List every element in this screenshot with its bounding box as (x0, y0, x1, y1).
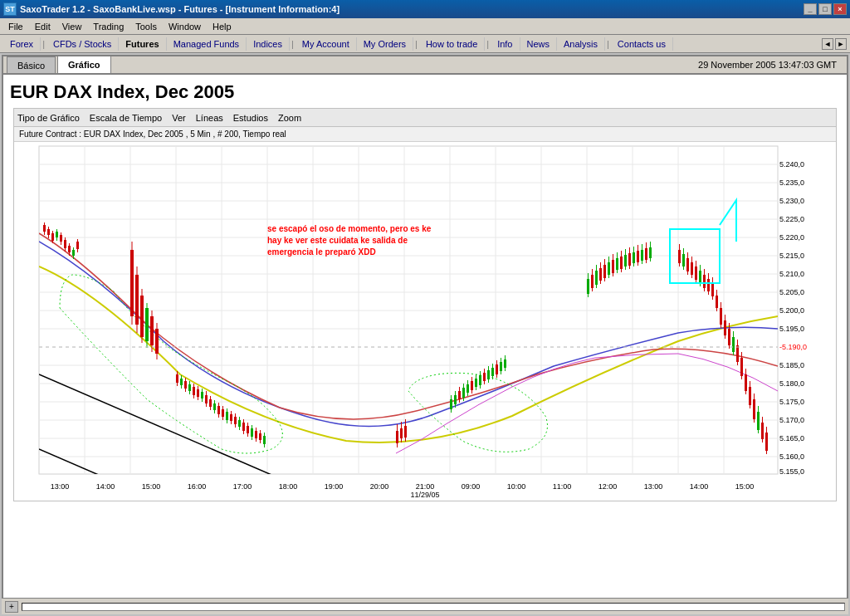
toolbar-chart-type[interactable]: Tipo de Gráfico (17, 113, 80, 123)
minimize-button[interactable]: _ (804, 3, 817, 15)
menu-help[interactable]: Help (208, 20, 237, 33)
svg-text:5.240,0: 5.240,0 (779, 160, 804, 169)
chart-container: Tipo de Gráfico Escala de Tiempo Ver Lín… (13, 108, 837, 501)
chart-info-text: Future Contract : EUR DAX Index, Dec 200… (19, 130, 286, 139)
svg-text:5.160,0: 5.160,0 (779, 452, 804, 461)
tab-grafico[interactable]: Gráfico (57, 56, 111, 73)
svg-text:5.225,0: 5.225,0 (779, 215, 804, 223)
svg-text:14:00: 14:00 (96, 482, 115, 491)
svg-text:17:00: 17:00 (233, 482, 252, 491)
nav-my-orders[interactable]: My Orders (357, 37, 413, 51)
chart-toolbar: Tipo de Gráfico Escala de Tiempo Ver Lín… (14, 109, 836, 127)
nav-cfds-stocks[interactable]: CFDs / Stocks (46, 37, 119, 51)
svg-text:19:00: 19:00 (325, 482, 344, 491)
nav-toolbar: Forex | CFDs / Stocks Futures Managed Fu… (0, 35, 850, 53)
svg-text:-5.190,0: -5.190,0 (779, 343, 807, 351)
tab-basico[interactable]: Básico (7, 56, 56, 73)
tab-list: Básico Gráfico (7, 56, 113, 73)
datetime-display: 29 November 2005 13:47:03 GMT (691, 56, 843, 73)
toolbar-view[interactable]: Ver (172, 113, 186, 123)
svg-text:emergencia le preparó XDD: emergencia le preparó XDD (267, 247, 376, 257)
nav-news[interactable]: News (520, 37, 558, 51)
nav-my-account[interactable]: My Account (296, 37, 357, 51)
svg-text:18:00: 18:00 (279, 482, 298, 491)
nav-futures[interactable]: Futures (119, 37, 166, 51)
menu-file[interactable]: File (3, 20, 28, 33)
svg-text:5.230,0: 5.230,0 (779, 197, 804, 205)
nav-how-to-trade[interactable]: How to trade (419, 37, 485, 51)
nav-analysis[interactable]: Analysis (557, 37, 605, 51)
svg-text:15:00: 15:00 (735, 482, 755, 491)
app-icon: ST (3, 2, 17, 16)
svg-text:5.180,0: 5.180,0 (779, 379, 804, 388)
status-scrollbar[interactable] (22, 603, 845, 611)
content-area: EUR DAX Index, Dec 2005 Tipo de Gráfico … (3, 75, 847, 505)
svg-text:5.210,0: 5.210,0 (779, 270, 804, 278)
toolbar-studies[interactable]: Estudios (233, 113, 268, 123)
title-bar: ST SaxoTrader 1.2 - SaxoBankLive.wsp - F… (0, 0, 850, 18)
nav-forex[interactable]: Forex (3, 37, 41, 51)
maximize-button[interactable]: □ (818, 3, 832, 15)
svg-text:10:00: 10:00 (507, 482, 526, 491)
svg-text:11:00: 11:00 (553, 482, 572, 491)
svg-text:5.170,0: 5.170,0 (779, 416, 804, 424)
svg-text:13:00: 13:00 (51, 482, 70, 491)
close-button[interactable]: × (833, 3, 847, 15)
svg-text:13:00: 13:00 (644, 482, 663, 491)
svg-text:12:00: 12:00 (598, 482, 618, 491)
svg-text:11/29/05: 11/29/05 (410, 491, 439, 499)
status-bar: + (2, 598, 848, 614)
svg-text:5.205,0: 5.205,0 (779, 288, 804, 296)
svg-text:14:00: 14:00 (690, 482, 709, 491)
menu-window[interactable]: Window (164, 20, 206, 33)
nav-managed-funds[interactable]: Managed Funds (167, 37, 247, 51)
nav-contacts-us[interactable]: Contacts us (611, 37, 673, 51)
menu-tools[interactable]: Tools (130, 20, 162, 33)
svg-text:21:00: 21:00 (416, 482, 435, 491)
svg-text:09:00: 09:00 (462, 482, 481, 491)
svg-text:5.155,0: 5.155,0 (779, 467, 804, 476)
toolbar-lines[interactable]: Líneas (196, 113, 223, 123)
status-plus-button[interactable]: + (5, 601, 18, 613)
menu-edit[interactable]: Edit (30, 20, 56, 33)
toolbar-zoom[interactable]: Zoom (278, 113, 301, 123)
nav-indices[interactable]: Indices (247, 37, 290, 51)
svg-text:se escapó el oso de momento, p: se escapó el oso de momento, pero es ke (267, 224, 432, 233)
svg-text:15:00: 15:00 (142, 482, 161, 491)
nav-scroll-left[interactable]: ◄ (822, 38, 833, 50)
menu-view[interactable]: View (57, 20, 87, 33)
svg-text:5.165,0: 5.165,0 (779, 434, 804, 442)
svg-text:5.235,0: 5.235,0 (779, 178, 804, 187)
chart-svg: 5.240,0 5.235,0 5.230,0 5.225,0 5.220,0 … (14, 142, 836, 499)
nav-scroll-arrows: ◄ ► (822, 38, 847, 50)
chart-svg-area[interactable]: 5.240,0 5.235,0 5.230,0 5.225,0 5.220,0 … (14, 142, 836, 501)
svg-text:5.185,0: 5.185,0 (779, 361, 804, 369)
menu-bar: File Edit View Trading Tools Window Help (0, 18, 850, 35)
menu-trading[interactable]: Trading (88, 20, 129, 33)
window-title: SaxoTrader 1.2 - SaxoBankLive.wsp - Futu… (20, 4, 340, 14)
chart-title: EUR DAX Index, Dec 2005 (10, 81, 840, 103)
svg-text:5.175,0: 5.175,0 (779, 398, 804, 406)
toolbar-time-scale[interactable]: Escala de Tiempo (90, 113, 162, 123)
svg-text:5.215,0: 5.215,0 (779, 252, 804, 260)
tab-bar: Básico Gráfico 29 November 2005 13:47:03… (3, 56, 847, 75)
svg-text:5.220,0: 5.220,0 (779, 233, 804, 242)
window-controls[interactable]: _ □ × (804, 3, 847, 15)
svg-text:5.200,0: 5.200,0 (779, 306, 804, 315)
nav-scroll-right[interactable]: ► (835, 38, 847, 50)
chart-info-bar: Future Contract : EUR DAX Index, Dec 200… (14, 127, 836, 142)
svg-text:hay ke ver este cuidata ke sal: hay ke ver este cuidata ke salida de (267, 236, 408, 245)
nav-info[interactable]: Info (491, 37, 520, 51)
svg-text:20:00: 20:00 (370, 482, 389, 491)
svg-text:16:00: 16:00 (188, 482, 207, 491)
main-window: Básico Gráfico 29 November 2005 13:47:03… (2, 55, 848, 614)
svg-text:5.195,0: 5.195,0 (779, 325, 804, 333)
